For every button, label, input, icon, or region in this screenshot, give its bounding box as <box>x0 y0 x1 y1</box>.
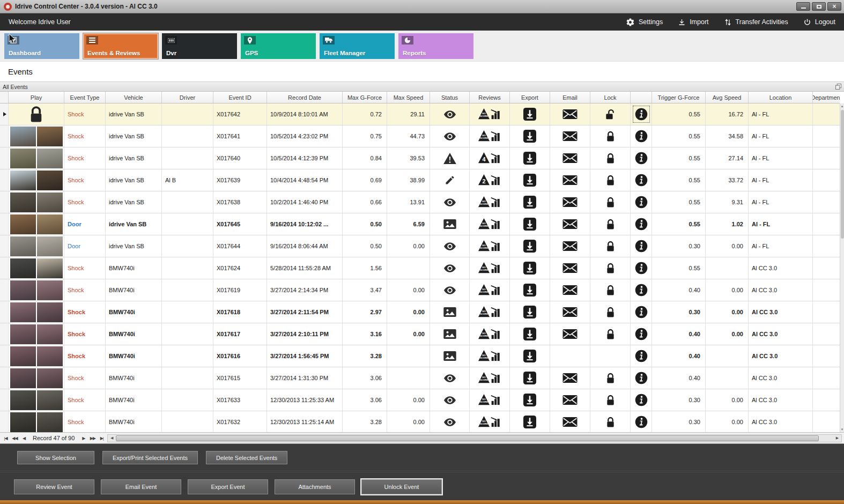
vertical-scroll-thumb[interactable] <box>841 110 844 239</box>
column-header-department[interactable]: Department <box>813 92 840 103</box>
email-button[interactable] <box>562 175 578 185</box>
review-score-icon[interactable]: NOSCORE <box>478 130 501 143</box>
export-button[interactable] <box>523 108 536 121</box>
event-row[interactable]: Shockidrive Van SBX01764110/5/2014 4:23:… <box>0 125 840 147</box>
eye-icon[interactable] <box>444 374 456 382</box>
lock-icon[interactable] <box>606 329 615 340</box>
review-score-icon[interactable]: NOSCORE <box>478 262 501 275</box>
video-thumbnail[interactable] <box>10 324 63 344</box>
tab-reports[interactable]: Reports <box>398 33 473 59</box>
review-event-button[interactable]: Review Event <box>14 479 94 494</box>
video-thumbnail[interactable] <box>10 149 63 168</box>
column-header-reviews[interactable]: Reviews <box>470 92 510 103</box>
first-record-button[interactable]: |◀ <box>1 434 10 442</box>
scroll-right-icon[interactable]: ▶ <box>833 435 841 442</box>
review-score-icon[interactable]: NOSCORE <box>478 372 501 384</box>
cell-play[interactable] <box>9 279 64 301</box>
column-header-location[interactable]: Location <box>749 92 813 103</box>
eye-icon[interactable] <box>444 110 456 118</box>
horizontal-scrollbar[interactable]: ◀ ▶ <box>107 434 842 442</box>
cell-play[interactable] <box>9 169 64 191</box>
video-thumbnail[interactable] <box>10 127 63 146</box>
lock-icon[interactable] <box>606 373 615 384</box>
video-thumbnail[interactable] <box>10 368 63 388</box>
cell-play[interactable] <box>9 213 64 235</box>
column-header-play[interactable]: Play <box>9 92 64 103</box>
email-button[interactable] <box>562 307 578 317</box>
event-row[interactable]: ShockBMW740iX01763212/30/2013 11:25:14 A… <box>0 411 840 432</box>
info-button[interactable] <box>635 240 648 253</box>
export-button[interactable] <box>523 306 536 318</box>
column-header-driver[interactable]: Driver <box>162 92 213 103</box>
info-button[interactable] <box>635 394 648 406</box>
lock-icon[interactable] <box>606 285 615 296</box>
image-icon[interactable] <box>443 329 456 339</box>
tab-dashboard[interactable]: Dashboard <box>4 33 79 59</box>
eye-icon[interactable] <box>444 286 456 294</box>
next-record-button[interactable]: ▶ <box>79 434 88 442</box>
video-thumbnail[interactable] <box>10 214 63 234</box>
email-button[interactable] <box>562 219 578 229</box>
attachments-button[interactable]: Attachments <box>275 479 355 494</box>
email-button[interactable] <box>562 241 578 251</box>
info-button[interactable] <box>635 284 648 297</box>
video-thumbnail[interactable] <box>10 346 63 366</box>
column-header-event-id[interactable]: Event ID <box>213 92 267 103</box>
column-header-lock[interactable]: Lock <box>590 92 631 103</box>
scroll-left-icon[interactable]: ◀ <box>108 435 116 442</box>
email-button[interactable] <box>562 109 578 119</box>
horizontal-scroll-thumb[interactable] <box>116 435 819 441</box>
import-button[interactable]: Import <box>678 18 708 26</box>
pencil-icon[interactable] <box>445 175 455 186</box>
delete-selected-button[interactable]: Delete Selected Events <box>206 451 287 464</box>
lock-icon[interactable] <box>606 219 615 230</box>
column-header-email[interactable]: Email <box>550 92 590 103</box>
info-button[interactable] <box>635 306 648 318</box>
next-page-button[interactable]: ▶▶ <box>88 434 97 442</box>
lock-icon[interactable] <box>606 131 615 142</box>
email-button[interactable] <box>562 373 578 383</box>
export-button[interactable] <box>523 262 536 275</box>
review-score-icon[interactable]: NOSCORE <box>478 350 501 362</box>
maximize-button[interactable] <box>812 2 826 11</box>
event-row[interactable]: Shockidrive Van SBX01763810/2/2014 1:46:… <box>0 191 840 213</box>
tab-dvr[interactable]: Dvr <box>162 33 237 59</box>
column-header-status[interactable]: Status <box>430 92 470 103</box>
cell-play[interactable] <box>9 411 64 432</box>
column-header-max-speed[interactable]: Max Speed <box>387 92 430 103</box>
review-score-icon[interactable]: NOSCORE <box>478 108 501 121</box>
info-button[interactable] <box>635 174 648 187</box>
export-button[interactable] <box>523 328 536 340</box>
cell-play[interactable] <box>9 191 64 213</box>
info-button[interactable] <box>635 108 648 121</box>
event-row[interactable]: ShockBMW740iX0176183/27/2014 2:11:54 PM2… <box>0 301 840 323</box>
info-button[interactable] <box>635 372 648 384</box>
review-score-icon[interactable]: NOSCORE <box>478 416 501 428</box>
cell-play[interactable] <box>9 367 64 389</box>
export-button[interactable] <box>523 284 536 297</box>
column-header-max-gforce[interactable]: Max G-Force <box>343 92 387 103</box>
cell-play[interactable] <box>9 301 64 323</box>
cell-play[interactable] <box>9 323 64 345</box>
column-header-avg-speed[interactable]: Avg Speed <box>706 92 749 103</box>
export-button[interactable] <box>523 196 536 209</box>
image-icon[interactable] <box>443 219 456 229</box>
column-header-info[interactable] <box>631 92 652 103</box>
cell-play[interactable] <box>9 389 64 411</box>
export-button[interactable] <box>523 218 536 231</box>
video-thumbnail[interactable] <box>10 258 63 278</box>
video-thumbnail[interactable] <box>10 412 63 432</box>
email-button[interactable] <box>562 153 578 163</box>
event-row[interactable]: ShockBMW740iX0176245/28/2014 11:55:28 AM… <box>0 257 840 279</box>
eye-icon[interactable] <box>444 418 456 426</box>
export-button[interactable] <box>523 416 536 428</box>
export-button[interactable] <box>523 152 536 165</box>
review-score-icon[interactable]: NOSCORE <box>478 240 501 253</box>
cell-play[interactable] <box>9 235 64 257</box>
email-button[interactable] <box>562 395 578 405</box>
tab-gps[interactable]: GPS <box>241 33 316 59</box>
review-score-icon[interactable]: NOSCORE <box>478 306 501 318</box>
info-button[interactable] <box>635 218 648 231</box>
tab-fleet-manager[interactable]: Fleet Manager <box>320 33 395 59</box>
review-score-icon[interactable]: NOSCORE <box>478 196 501 209</box>
